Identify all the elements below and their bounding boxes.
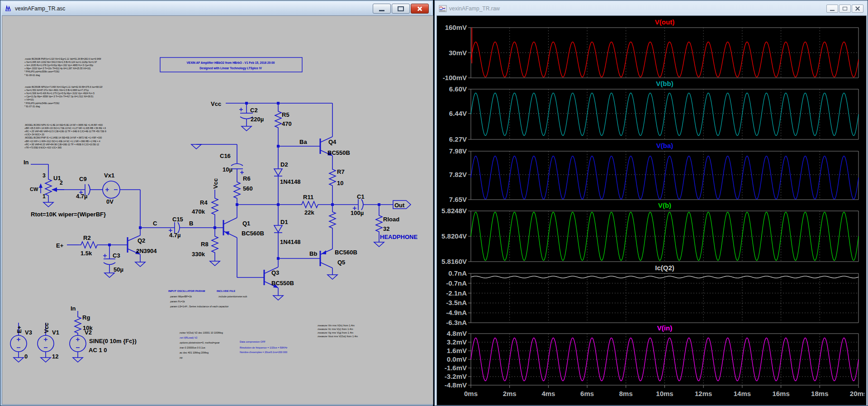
voltage-source-symbols xyxy=(10,181,120,352)
c1-val: 100µ xyxy=(351,210,364,216)
y-tick-label: 0.7nA xyxy=(448,269,467,277)
model-bc550b-line-4: + Vtf=10) xyxy=(24,98,34,101)
directive-sim-line-0: .options plotwinsize=0, method=gear xyxy=(179,341,220,344)
minimize-icon xyxy=(830,10,835,11)
model-bc550b-line-2: + Nc=1.508 Ikr=5.426 Rc=1.175 Cjc=5.5p M… xyxy=(24,92,95,95)
y-tick-label: 6.44V xyxy=(449,110,467,117)
x-tick-label: 16ms xyxy=(772,390,789,397)
osc-param-lines-line-1: .param Fc=1k xyxy=(170,300,185,303)
schematic-window: vexinAFamp_TR.asc xyxy=(0,0,433,406)
x-tick-label: 6ms xyxy=(580,390,594,397)
model-bc560b-line-2: + Ikr=.2035 Rc=1.078 Cjc=9.81p Mjc=.332 … xyxy=(24,64,93,67)
flag-vcc-v1: Vcc xyxy=(43,323,50,333)
x-tick-label: 0ms xyxy=(464,390,478,397)
c3-val: 50µ xyxy=(114,266,123,273)
y-tick-label: -6.3nA xyxy=(446,319,467,326)
x-tick-label: 12ms xyxy=(695,390,712,397)
c9-ref: C9 xyxy=(79,176,87,182)
flag-vcc-top: Vcc xyxy=(211,100,221,107)
y-tick-label: 5.8160V xyxy=(441,258,467,265)
minimize-button[interactable] xyxy=(826,5,838,13)
x-tick-label: 4ms xyxy=(541,390,555,397)
model-bc560b-line-0: .model BC560B PNP(Is=1.02f Xti=3 Eg=1.11… xyxy=(24,57,101,60)
flag-vcc-r4: Vcc xyxy=(212,178,219,189)
v1-ref: V1 xyxy=(52,329,59,336)
restore-button[interactable] xyxy=(839,5,851,13)
vx1-ref: Vx1 xyxy=(104,172,114,179)
minimize-button[interactable] xyxy=(373,4,391,14)
minimize-icon xyxy=(379,10,384,11)
close-button[interactable] xyxy=(852,5,863,13)
title-box-text-line-0: VEXIN AF Amplifier HBbO2 from HBrbO - V1… xyxy=(187,61,275,65)
r11-ref: R11 xyxy=(303,194,313,201)
schematic-drawing: In3U12CW1Rtot=10K wiper={WiperBF}C94.7µV… xyxy=(2,16,433,404)
y-tick-label: -1.6mV xyxy=(445,364,467,372)
model-bc550b-line-5: * PHILIPS pid=bc549b case=TO92 xyxy=(24,102,59,105)
q4-ref: Q4 xyxy=(328,139,337,145)
model-bc550b-line-6: * 91-07-31 dlag xyxy=(24,105,40,108)
model-bc550-bc560-line-6: +RC =.95 VAR=8.15 VAF=84.98 CJE=16E-12 T… xyxy=(24,143,99,146)
y-tick-label: 160mV xyxy=(445,24,467,31)
rload-note: HEADPHONE xyxy=(380,234,417,240)
c16-ref: C16 xyxy=(220,153,231,159)
pot-param: Rtot=10K wiper={WiperBF} xyxy=(31,211,106,218)
r5-ref: R5 xyxy=(282,111,289,118)
v2-ac: AC 1 0 xyxy=(89,347,107,353)
directive-net-line-0: .net I(RLoad) V2 xyxy=(179,336,197,339)
model-bc550-bc560-line-2: +RC =.25 VAF=80 VAR=12.5 CJE=13E-12 TF =… xyxy=(24,130,106,133)
capacitor-symbols xyxy=(79,108,363,265)
v3-ref: V3 xyxy=(25,329,32,336)
y-tick-label: -0.7nA xyxy=(446,279,467,287)
waveform-plot-panel[interactable]: 160mV30mV-100mVV(out)6.60V6.44V6.27VV(bb… xyxy=(436,15,867,406)
schematic-labels: In3U12CW1Rtot=10K wiper={WiperBF}C94.7µV… xyxy=(16,57,417,360)
trace-title-V(ba): V(ba) xyxy=(656,142,674,149)
osc-param-lines-line-0: .param WiperBF=1k xyxy=(170,295,192,298)
trace-title-Ic(Q2): Ic(Q2) xyxy=(655,264,674,272)
directive-sim-line-3: ;op xyxy=(179,356,183,359)
model-bc550-bc560-line-4: .MODEL BC560 PNP IS =1.149E-14 ISE=5E-14… xyxy=(24,136,102,139)
r7-ref: R7 xyxy=(337,168,345,175)
y-tick-label: 1.6mV xyxy=(447,347,467,354)
note-resolution-line-0: Résolution de fréquence = 1/20us = 50KHz xyxy=(240,346,287,349)
trace-title-V(in): V(in) xyxy=(657,324,672,332)
node-bb: Bb xyxy=(309,250,317,257)
schematic-window-titlebar[interactable]: vexinAFamp_TR.asc xyxy=(2,2,432,15)
model-bc550b-line-0: .model BC550B NPN(Is=7.049f Xti=3 Eg=1.1… xyxy=(24,86,103,88)
window-title: vexinAFamp_TR.asc xyxy=(15,5,65,12)
flag-in-top: In xyxy=(24,159,29,166)
restore-icon xyxy=(843,7,847,10)
c3-ref: C3 xyxy=(113,252,120,259)
y-tick-label: 7.82V xyxy=(449,171,467,178)
q3-val: BC550B xyxy=(271,280,294,287)
close-icon xyxy=(417,5,423,12)
y-tick-label: -4.8mV xyxy=(445,381,467,389)
close-icon xyxy=(855,6,860,11)
y-tick-label: 5.8248V xyxy=(441,207,467,215)
pot-pin2: 2 xyxy=(60,180,63,186)
r8-val: 330k xyxy=(192,251,205,258)
d2-val: 1N4148 xyxy=(280,178,301,185)
y-tick-label: 0.0mV xyxy=(447,355,467,363)
y-tick-label: -100mV xyxy=(443,74,467,81)
measure-block-line-3: .measure Vout rms V(Out) from 1.4m xyxy=(317,335,358,338)
flag-eplus-mid: E+ xyxy=(56,242,64,249)
model-bc550-bc560-line-3: +VJC=.54 MJC=.33 xyxy=(24,133,44,136)
include-header-line-0: INCLUDE FILE xyxy=(217,290,235,292)
v3-val: 0 xyxy=(24,353,28,360)
trace-title-V(out): V(out) xyxy=(655,18,674,26)
rload-ref: Rload xyxy=(383,216,399,223)
r6-ref: R6 xyxy=(243,175,251,182)
pot-cw: CW xyxy=(30,186,38,192)
d1-ref: D1 xyxy=(280,219,288,225)
waveform-window-titlebar[interactable]: vexinAFamp_TR.raw xyxy=(436,2,866,15)
include-line-line-0: .include potentiometer.sub xyxy=(218,295,247,298)
maximize-button[interactable] xyxy=(392,4,410,14)
flag-in-v2: In xyxy=(71,305,76,312)
close-button[interactable] xyxy=(411,4,429,14)
node-ba: Ba xyxy=(299,139,307,145)
schematic-canvas[interactable]: In3U12CW1Rtot=10K wiper={WiperBF}C94.7µV… xyxy=(2,15,433,405)
x-tick-label: 18ms xyxy=(811,390,828,397)
model-bc550-bc560-line-5: +BR =13 IKF=.1 IKR=.012 ISC=1.43E-14 NC … xyxy=(24,140,100,143)
model-bc560b-line-1: + Ne=1.845 Ikf=.1032 Nk=.5413 Xtb=1.5 Br… xyxy=(24,61,97,63)
osc-param-header-line-0: INPUT OSCILLATOR PARAM xyxy=(168,290,205,292)
